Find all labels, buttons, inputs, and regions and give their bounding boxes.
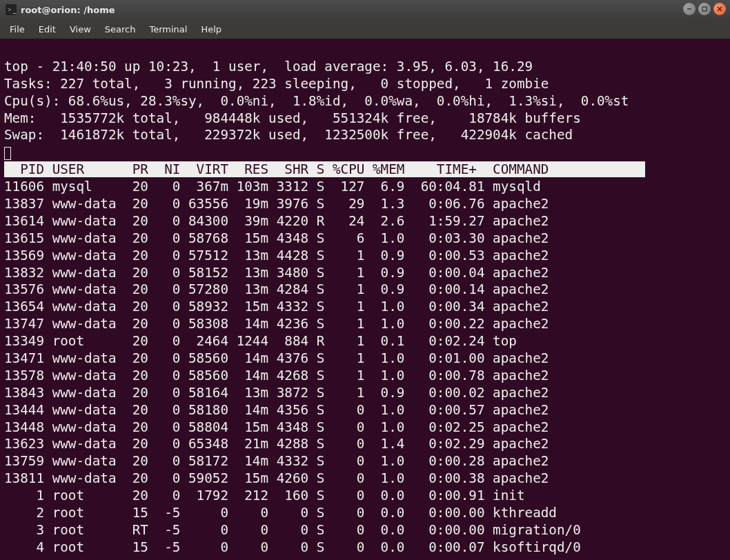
menu-help[interactable]: Help [195, 23, 227, 36]
svg-rect-1 [702, 7, 707, 11]
process-list: 11606 mysql 20 0 367m 103m 3312 S 127 6.… [4, 179, 726, 557]
menu-edit[interactable]: Edit [33, 23, 61, 36]
terminal-area[interactable]: top - 21:40:50 up 10:23, 1 user, load av… [0, 39, 730, 557]
minimize-button[interactable] [683, 3, 696, 15]
menu-view[interactable]: View [64, 23, 97, 36]
menu-terminal[interactable]: Terminal [144, 23, 193, 36]
window-controls [683, 3, 726, 15]
menu-bar: File Edit View Search Terminal Help [0, 19, 730, 39]
window-title: root@orion: /home [21, 5, 115, 15]
menu-file[interactable]: File [4, 23, 30, 36]
top-column-header: PID USER PR NI VIRT RES SHR S %CPU %MEM … [4, 161, 645, 177]
terminal-app-icon: ＞_ [6, 4, 17, 15]
window-titlebar: ＞_ root@orion: /home [0, 0, 730, 19]
top-summary-line4: Mem: 1535772k total, 984448k used, 55132… [4, 110, 581, 126]
menu-search[interactable]: Search [99, 23, 141, 36]
top-summary-line2: Tasks: 227 total, 3 running, 223 sleepin… [4, 76, 549, 92]
top-summary-line3: Cpu(s): 68.6%us, 28.3%sy, 0.0%ni, 1.8%id… [4, 93, 629, 109]
maximize-button[interactable] [698, 3, 711, 15]
close-button[interactable] [713, 3, 726, 15]
top-summary-line1: top - 21:40:50 up 10:23, 1 user, load av… [4, 59, 533, 74]
terminal-cursor [4, 147, 11, 160]
top-summary-line5: Swap: 1461872k total, 229372k used, 1232… [4, 127, 573, 143]
